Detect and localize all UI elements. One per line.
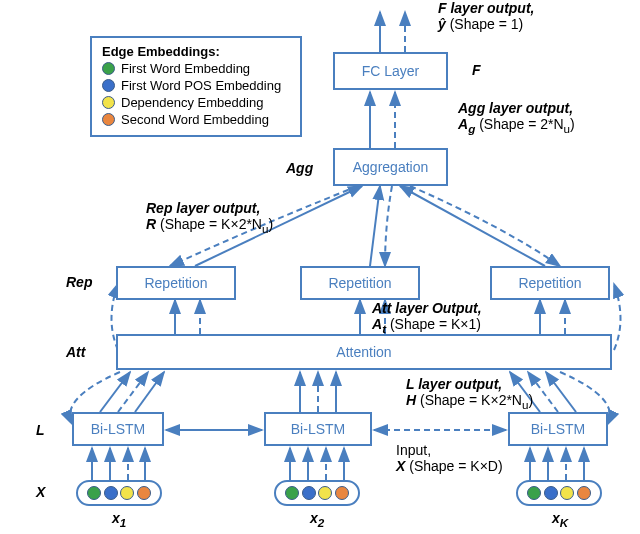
block-label: Bi-LSTM — [91, 421, 145, 437]
anno-text: (Shape = K×1) — [386, 316, 481, 332]
x-sub: K — [560, 516, 568, 529]
x-label-k: xK — [552, 510, 568, 529]
anno-text: (Shape = K×D) — [405, 458, 502, 474]
svg-line-13 — [100, 372, 130, 412]
dot-orange-icon — [102, 113, 115, 126]
dot-orange-icon — [335, 486, 349, 500]
anno-text: Agg layer output, — [458, 100, 573, 116]
x-sym: x — [552, 510, 560, 526]
legend-label: First Word Embedding — [121, 61, 250, 76]
x-sym: x — [310, 510, 318, 526]
layer-label-Rep: Rep — [66, 274, 92, 290]
dot-orange-icon — [137, 486, 151, 500]
anno-text: (Shape = 2*N — [475, 116, 563, 132]
dot-yellow-icon — [102, 96, 115, 109]
dot-blue-icon — [102, 79, 115, 92]
anno-text: X — [396, 458, 405, 474]
anno-text: ) — [570, 116, 575, 132]
anno-text: A — [458, 116, 468, 132]
anno-text: L layer output, — [406, 376, 502, 392]
dot-orange-icon — [577, 486, 591, 500]
legend-label: Second Word Embedding — [121, 112, 269, 127]
dot-green-icon — [285, 486, 299, 500]
agg-output-annotation: Agg layer output, Ag (Shape = 2*Nu) — [458, 100, 575, 135]
block-label: Repetition — [518, 275, 581, 291]
dot-yellow-icon — [560, 486, 574, 500]
anno-text: ŷ — [438, 16, 446, 32]
x-label-2: x2 — [310, 510, 324, 529]
layer-label-X: X — [36, 484, 45, 500]
bilstm-box-3: Bi-LSTM — [508, 412, 608, 446]
l-output-annotation: L layer output, H (Shape = K×2*Nu) — [406, 376, 533, 411]
dot-blue-icon — [104, 486, 118, 500]
dot-green-icon — [102, 62, 115, 75]
anno-text: A — [372, 316, 382, 332]
x-sym: x — [112, 510, 120, 526]
repetition-box-1: Repetition — [116, 266, 236, 300]
svg-line-14 — [118, 372, 148, 412]
block-label: Aggregation — [353, 159, 429, 175]
anno-text: (Shape = 1) — [446, 16, 523, 32]
anno-text: (Shape = K×2*N — [416, 392, 522, 408]
anno-text: Att layer Output, — [372, 300, 482, 316]
anno-text: R — [146, 216, 156, 232]
bilstm-box-2: Bi-LSTM — [264, 412, 372, 446]
rep-output-annotation: Rep layer output, R (Shape = K×2*Nu) — [146, 200, 273, 235]
anno-text: H — [406, 392, 416, 408]
legend-title: Edge Embeddings: — [102, 44, 290, 59]
anno-text: ) — [268, 216, 273, 232]
anno-text: ) — [528, 392, 533, 408]
anno-text: (Shape = K×2*N — [156, 216, 262, 232]
embedding-oval-2 — [274, 480, 360, 506]
legend-row: First Word Embedding — [102, 61, 290, 76]
layer-label-F: F — [472, 62, 481, 78]
legend-label: Dependency Embedding — [121, 95, 263, 110]
repetition-box-2: Repetition — [300, 266, 420, 300]
attention-box: Attention — [116, 334, 612, 370]
svg-line-15 — [135, 372, 164, 412]
repetition-box-3: Repetition — [490, 266, 610, 300]
legend-row: Dependency Embedding — [102, 95, 290, 110]
block-label: FC Layer — [362, 63, 420, 79]
bilstm-box-1: Bi-LSTM — [72, 412, 164, 446]
dot-blue-icon — [302, 486, 316, 500]
dot-green-icon — [527, 486, 541, 500]
anno-text: Input, — [396, 442, 431, 458]
legend-row: First Word POS Embedding — [102, 78, 290, 93]
fc-layer-box: FC Layer — [333, 52, 448, 90]
x-sub: 2 — [318, 516, 324, 529]
dot-yellow-icon — [318, 486, 332, 500]
aggregation-box: Aggregation — [333, 148, 448, 186]
layer-label-Agg: Agg — [286, 160, 313, 176]
input-annotation: Input, X (Shape = K×D) — [396, 442, 503, 474]
f-output-annotation: F layer output, ŷ (Shape = 1) — [438, 0, 534, 32]
legend-box: Edge Embeddings: First Word Embedding Fi… — [90, 36, 302, 137]
network-diagram: { "legend": { "title": "Edge Embeddings:… — [0, 0, 640, 534]
block-label: Attention — [336, 344, 391, 360]
dot-yellow-icon — [120, 486, 134, 500]
block-label: Bi-LSTM — [531, 421, 585, 437]
svg-line-6 — [400, 186, 545, 266]
layer-label-Att: Att — [66, 344, 85, 360]
block-label: Repetition — [144, 275, 207, 291]
anno-text: F layer output, — [438, 0, 534, 16]
svg-line-5 — [370, 186, 380, 266]
dot-green-icon — [87, 486, 101, 500]
embedding-oval-1 — [76, 480, 162, 506]
att-output-annotation: Att layer Output, At (Shape = K×1) — [372, 300, 482, 335]
embedding-oval-k — [516, 480, 602, 506]
legend-label: First Word POS Embedding — [121, 78, 281, 93]
block-label: Repetition — [328, 275, 391, 291]
block-label: Bi-LSTM — [291, 421, 345, 437]
layer-label-L: L — [36, 422, 45, 438]
anno-text: Rep layer output, — [146, 200, 260, 216]
dot-blue-icon — [544, 486, 558, 500]
legend-row: Second Word Embedding — [102, 112, 290, 127]
x-label-1: x1 — [112, 510, 126, 529]
x-sub: 1 — [120, 516, 126, 529]
